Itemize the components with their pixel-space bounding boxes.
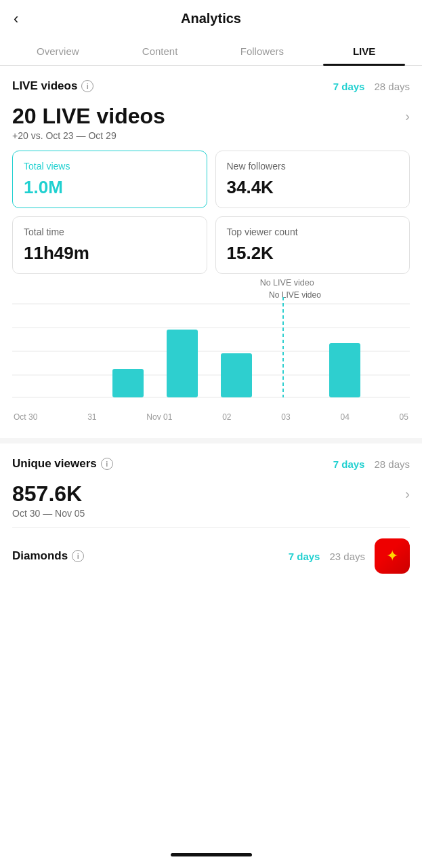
header: ‹ Analytics: [0, 0, 422, 37]
tab-live[interactable]: LIVE: [313, 37, 415, 65]
bottom-bar: [0, 841, 422, 868]
back-button[interactable]: ‹: [14, 10, 18, 28]
page-title: Analytics: [181, 11, 241, 26]
x-label-4: 03: [281, 412, 290, 422]
total-views-card: Total views 1.0M: [12, 151, 207, 208]
tab-bar: Overview Content Followers LIVE: [0, 37, 422, 66]
diamonds-23days-btn[interactable]: 23 days: [329, 551, 365, 562]
home-indicator: [171, 853, 252, 856]
x-label-6: 05: [400, 412, 408, 422]
main-content: LIVE videos i 7 days 28 days 20 LIVE vid…: [0, 66, 422, 422]
diamonds-title-group: Diamonds i: [12, 549, 84, 563]
chart-area: No LIVE video: [12, 290, 410, 422]
total-time-card: Total time 11h49m: [12, 216, 207, 274]
live-videos-chevron[interactable]: ›: [405, 108, 410, 124]
total-time-label: Total time: [24, 226, 196, 237]
unique-viewers-7days-btn[interactable]: 7 days: [333, 458, 365, 470]
new-followers-label: New followers: [227, 161, 399, 172]
live-videos-info-icon[interactable]: i: [81, 80, 93, 92]
live-videos-7days-btn[interactable]: 7 days: [333, 81, 365, 92]
live-videos-title: LIVE videos i: [12, 79, 93, 93]
unique-viewers-title: Unique viewers i: [12, 457, 113, 471]
unique-viewers-value: 857.6K: [12, 481, 82, 507]
top-viewer-card: Top viewer count 15.2K: [215, 216, 410, 274]
live-videos-count: 20 LIVE videos: [12, 104, 165, 129]
unique-viewers-chevron[interactable]: ›: [405, 486, 410, 502]
new-followers-card: New followers 34.4K: [215, 151, 410, 208]
unique-viewers-content: Unique viewers i 7 days 28 days 857.6K ›…: [0, 443, 422, 574]
section-divider: [0, 438, 422, 443]
svg-rect-9: [329, 343, 360, 397]
unique-viewers-info-icon[interactable]: i: [101, 458, 113, 470]
diamonds-app-icon: ✦: [375, 538, 410, 574]
live-videos-periods: 7 days 28 days: [333, 81, 410, 92]
total-views-label: Total views: [24, 161, 196, 172]
live-videos-count-row: 20 LIVE videos ›: [12, 100, 410, 130]
unique-viewers-date-range: Oct 30 — Nov 05: [12, 508, 410, 519]
no-live-video-text: No LIVE video: [260, 278, 314, 288]
unique-viewers-28days-btn[interactable]: 28 days: [374, 458, 410, 470]
unique-viewers-periods: 7 days 28 days: [333, 458, 410, 470]
live-videos-comparison: +20 vs. Oct 23 — Oct 29: [12, 130, 410, 141]
unique-viewers-count-row: 857.6K ›: [12, 477, 410, 508]
diamonds-section: Diamonds i 7 days 23 days ✦: [12, 527, 410, 574]
x-label-2: Nov 01: [146, 412, 172, 422]
diamonds-row: Diamonds i 7 days 23 days ✦: [12, 538, 410, 574]
stats-cards-grid: Total views 1.0M New followers 34.4K Tot…: [12, 151, 410, 274]
bar-chart: [12, 290, 410, 408]
live-videos-section-header: LIVE videos i 7 days 28 days: [12, 66, 410, 100]
tab-content[interactable]: Content: [109, 37, 211, 65]
tab-followers[interactable]: Followers: [211, 37, 314, 65]
x-label-3: 02: [222, 412, 231, 422]
x-label-5: 04: [340, 412, 349, 422]
svg-rect-7: [221, 353, 252, 397]
top-viewer-label: Top viewer count: [227, 226, 399, 237]
live-videos-28days-btn[interactable]: 28 days: [374, 81, 410, 92]
diamonds-7days-btn[interactable]: 7 days: [289, 551, 320, 562]
unique-viewers-section-header: Unique viewers i 7 days 28 days: [12, 443, 410, 477]
total-time-value: 11h49m: [24, 243, 196, 264]
chart-x-labels: Oct 30 31 Nov 01 02 03 04 05: [12, 408, 410, 422]
top-viewer-value: 15.2K: [227, 243, 399, 264]
total-views-value: 1.0M: [24, 177, 196, 198]
x-label-0: Oct 30: [14, 412, 37, 422]
diamonds-info-icon[interactable]: i: [72, 550, 84, 562]
new-followers-value: 34.4K: [227, 177, 399, 198]
svg-rect-5: [112, 369, 144, 397]
diamonds-star-icon: ✦: [386, 547, 398, 565]
svg-rect-6: [167, 330, 198, 397]
diamonds-title: Diamonds: [12, 549, 68, 563]
x-label-1: 31: [87, 412, 96, 422]
tab-overview[interactable]: Overview: [7, 37, 109, 65]
